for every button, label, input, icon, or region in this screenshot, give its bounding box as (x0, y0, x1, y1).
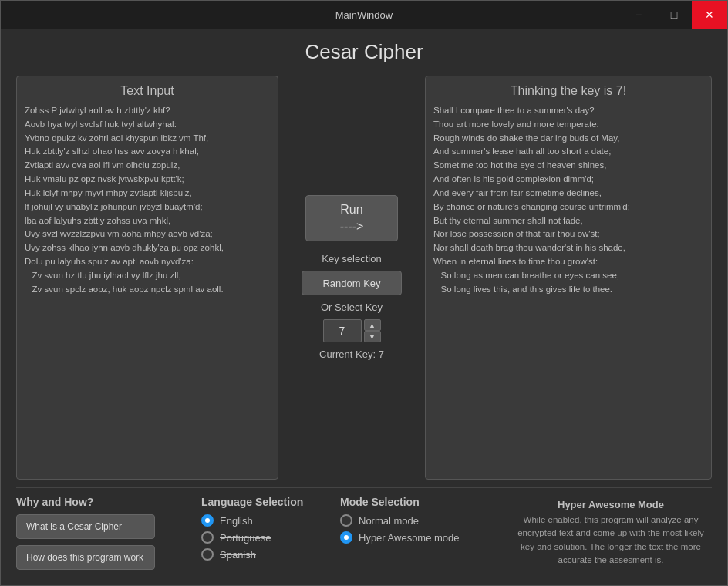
output-panel: Thinking the key is 7! Shall I compare t… (425, 76, 712, 480)
language-label-portuguese: Portuguese (220, 532, 271, 544)
why-how-title: Why and How? (16, 496, 186, 508)
main-window: MainWindow − □ ✕ Cesar Cipher Text Input… (0, 0, 728, 586)
minimize-button[interactable]: − (621, 1, 656, 29)
or-select-key-label: Or Select Key (321, 301, 383, 313)
language-panel: Language Selection English Portuguese (201, 496, 325, 570)
language-label-spanish: Spanish (220, 549, 256, 561)
hyper-awesome-panel: Hyper Awesome Mode While enabled, this p… (510, 496, 712, 570)
run-button[interactable]: Run ----> (305, 195, 398, 241)
spinner-buttons: ▲ ▼ (364, 319, 381, 342)
language-option-portuguese[interactable]: Portuguese (201, 531, 325, 544)
key-value-input[interactable] (323, 319, 362, 342)
language-radio-group: English Portuguese Spanish (201, 514, 325, 561)
spinner-down-button[interactable]: ▼ (364, 331, 381, 342)
titlebar: MainWindow − □ ✕ (1, 1, 727, 29)
app-title: Cesar Cipher (16, 40, 712, 64)
key-selection-label: Key selection (322, 253, 381, 264)
radio-circle-english (201, 514, 214, 527)
top-section: Text Input Zohss P jvtwhyl aoll av h zbt… (16, 76, 712, 480)
radio-dot-hyper (344, 535, 349, 540)
spinner-up-button[interactable]: ▲ (364, 319, 381, 331)
output-content: Shall I compare thee to a summer's day? … (433, 104, 703, 296)
close-button[interactable]: ✕ (692, 1, 727, 29)
key-section: Key selection Random Key Or Select Key ▲… (302, 253, 402, 360)
text-input-title: Text Input (25, 84, 270, 98)
what-is-cesar-button[interactable]: What is a Cesar Cipher (16, 514, 155, 539)
radio-dot-english (205, 518, 210, 523)
random-key-button[interactable]: Random Key (302, 271, 402, 295)
key-spinner: ▲ ▼ (323, 319, 381, 342)
mode-panel: Mode Selection Normal mode Hyper Awesome… (340, 496, 494, 570)
window-controls: − □ ✕ (621, 1, 727, 29)
how-program-works-button[interactable]: How does this program work (16, 545, 155, 570)
radio-circle-hyper (340, 531, 352, 544)
language-option-english[interactable]: English (201, 514, 325, 527)
mode-option-hyper[interactable]: Hyper Awesome mode (340, 531, 494, 544)
language-selection-title: Language Selection (201, 496, 325, 508)
mode-label-hyper: Hyper Awesome mode (359, 532, 460, 544)
language-option-spanish[interactable]: Spanish (201, 548, 325, 561)
maximize-button[interactable]: □ (656, 1, 692, 29)
radio-circle-normal (340, 514, 352, 527)
language-label-english: English (220, 515, 253, 527)
output-title: Thinking the key is 7! (433, 84, 703, 98)
text-input-content: Zohss P jvtwhyl aoll av h zbttly'z khf? … (25, 104, 270, 296)
radio-circle-spanish (201, 548, 214, 561)
mode-label-normal: Normal mode (359, 515, 419, 527)
run-arrow: ----> (340, 218, 364, 235)
bottom-section: Why and How? What is a Cesar Cipher How … (16, 487, 712, 574)
mode-option-normal[interactable]: Normal mode (340, 514, 494, 527)
hyper-awesome-description: While enabled, this program will analyze… (510, 514, 712, 567)
why-how-panel: Why and How? What is a Cesar Cipher How … (16, 496, 186, 570)
main-content: Cesar Cipher Text Input Zohss P jvtwhyl … (1, 29, 727, 585)
hyper-awesome-title: Hyper Awesome Mode (558, 499, 664, 510)
text-input-panel: Text Input Zohss P jvtwhyl aoll av h zbt… (16, 76, 278, 480)
middle-panel: Run ----> Key selection Random Key Or Se… (290, 76, 413, 480)
window-title: MainWindow (335, 9, 393, 21)
current-key-label: Current Key: 7 (319, 349, 384, 360)
mode-selection-title: Mode Selection (340, 496, 494, 508)
mode-radio-group: Normal mode Hyper Awesome mode (340, 514, 494, 544)
run-label: Run (340, 201, 362, 218)
radio-circle-portuguese (201, 531, 214, 544)
